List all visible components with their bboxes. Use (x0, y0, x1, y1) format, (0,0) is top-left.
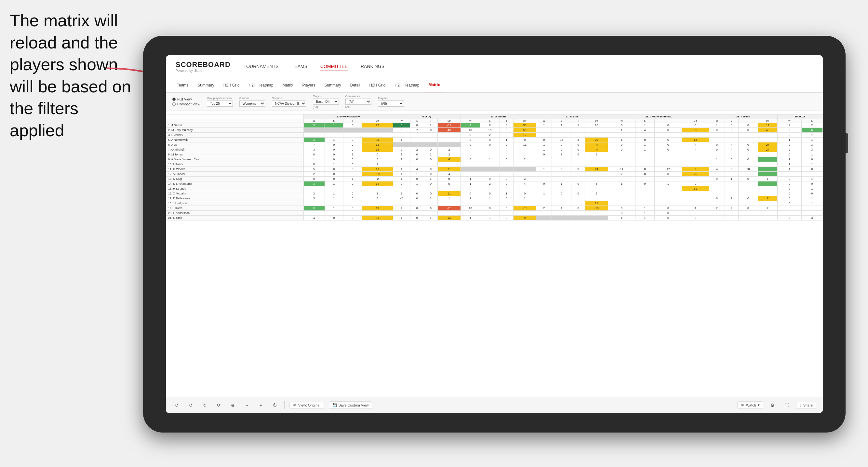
matrix-container[interactable]: 2. M Kelly Mulcahy 6. A Dy 11. G Woods 2… (166, 111, 823, 397)
sub-nav-h2h-heatmap2[interactable]: H2H Heatmap (390, 78, 424, 92)
nav-tournaments[interactable]: TOURNAMENTS (244, 62, 279, 71)
plus-button[interactable]: + (256, 401, 266, 410)
corner-cell (166, 115, 304, 119)
nav-items: TOURNAMENTS TEAMS COMMITTEE RANKINGS (244, 62, 813, 71)
save-custom-button[interactable]: 💾 Save Custom View (329, 401, 372, 409)
gender-label: Gender (239, 97, 266, 100)
search-button[interactable]: ⊕ (228, 401, 238, 410)
logo-area: SCOREBOARD Powered by clippd (176, 61, 230, 72)
sub-nav-matrix1[interactable]: Matrix (278, 78, 298, 92)
nav-teams[interactable]: TEAMS (292, 62, 307, 71)
watch-button[interactable]: 👁 Watch ▾ (737, 401, 763, 409)
view-options: Full View Compact View (173, 97, 200, 106)
player-name: 11. G Woods (166, 167, 304, 172)
sub-nav-h2h-grid2[interactable]: H2H Grid (365, 78, 390, 92)
sub-nav-h2h-grid1[interactable]: H2H Grid (219, 78, 244, 92)
share-button[interactable]: ⤴ Share (796, 402, 816, 409)
full-view-option[interactable]: Full View (173, 97, 200, 101)
table-row: 5. A Nomrowski 310-15 1 0010 014425 1001… (166, 137, 823, 143)
table-row: 15. H Stranda 11 01 (166, 186, 823, 191)
sub-nav: Teams Summary H2H Grid H2H Heatmap Matri… (166, 78, 823, 93)
matrix-table: 2. M Kelly Mulcahy 6. A Dy 11. G Woods 2… (166, 114, 823, 220)
redo-button[interactable]: ↻ (200, 401, 210, 410)
player-name: 3. S Jelinek (166, 133, 304, 137)
dy-dif: Dif (438, 119, 461, 123)
conference-label: Conference (345, 95, 371, 98)
division-label: Division (272, 97, 306, 100)
sub-nav-summary1[interactable]: Summary (193, 78, 219, 92)
player-name: 7. O Mitchell (166, 147, 304, 152)
region-label: Region (313, 95, 339, 98)
minus-button[interactable]: − (242, 401, 251, 410)
table-row: 7. O Mitchell 30018 2202 120-4 0104 0402… (166, 147, 823, 152)
region-select[interactable]: East - DII (313, 98, 339, 105)
player-name: 10. L Perini (166, 162, 304, 167)
col-header-stoll: 21. O Stoll (536, 115, 608, 119)
player-name: 12. A Bianchi (166, 172, 304, 177)
sub-nav-summary2[interactable]: Summary (320, 78, 345, 92)
undo-button[interactable]: ↺ (173, 401, 182, 410)
share-label: Share (803, 403, 813, 407)
watch-chevron-icon: ▾ (758, 403, 760, 407)
player-name: 18. J Hodgson (166, 201, 304, 206)
view-original-button[interactable]: 👁 View: Original (289, 402, 324, 409)
col-header-za: 60. W Za (777, 115, 823, 119)
clock-button[interactable]: ⏱ (270, 401, 279, 410)
main-content[interactable]: 2. M Kelly Mulcahy 6. A Dy 11. G Woods 2… (166, 111, 823, 397)
players-select[interactable]: (All) (378, 100, 404, 107)
undo2-button[interactable]: ↺ (186, 401, 195, 410)
max-players-filter: Max players in view Top 25 (207, 97, 233, 107)
table-row: 18. J Hodgson 11 01 (166, 201, 823, 206)
max-players-select[interactable]: Top 25 (207, 100, 233, 107)
expand-button[interactable]: ⛶ (782, 401, 791, 410)
sub-nav-players[interactable]: Players (298, 78, 320, 92)
player-name: 19. J Karrh (166, 206, 304, 211)
col-header-schumac: 23. L Marie Schumac. (608, 115, 709, 119)
refresh-button[interactable]: ⟳ (214, 401, 223, 410)
col-header-mulcahy: 2. M Kelly Mulcahy (303, 115, 393, 119)
conference-select[interactable]: (All) (345, 98, 371, 105)
mulcahy-w: W (303, 119, 324, 123)
mulcahy-l: L (324, 119, 343, 123)
table-row: 21. O Stoll 40033 10114 1109 1109 03 (166, 216, 823, 220)
compact-view-option[interactable]: Compact View (173, 102, 200, 106)
nav-rankings[interactable]: RANKINGS (361, 62, 384, 71)
za-w: W (777, 119, 801, 123)
player-name: 9. A Maria Jimenez Rios (166, 157, 304, 162)
sub-nav-matrix2[interactable]: Matrix (424, 78, 444, 92)
sub-nav-teams[interactable]: Teams (173, 78, 193, 92)
player-name: 2. M Kelly Mulcahy (166, 128, 304, 133)
woods-dif: Dif (513, 119, 536, 123)
players-label: Players (378, 97, 404, 100)
webb-t: T (739, 119, 758, 123)
player-name: 17. D Ballesteros (166, 196, 304, 201)
conference-filter: Conference (All) (All) (345, 95, 371, 108)
player-name: 15. H Stranda (166, 186, 304, 191)
full-view-radio[interactable] (173, 98, 176, 101)
settings-button[interactable]: ⚙ (768, 401, 777, 410)
nav-committee[interactable]: COMMITTEE (320, 62, 348, 71)
col-header-dy: 6. A Dy (393, 115, 461, 119)
sub-nav-detail[interactable]: Detail (346, 78, 365, 92)
watch-label: Watch (746, 403, 756, 407)
stoll-w: W (536, 119, 552, 123)
division-select[interactable]: NCAA Division II (272, 100, 306, 107)
webb-dif: Dif (758, 119, 777, 123)
za-l: L (801, 119, 823, 123)
stoll-l: L (552, 119, 571, 123)
compact-view-radio[interactable] (173, 102, 176, 106)
max-players-label: Max players in view (207, 97, 233, 100)
table-row: 9. A Maria Jimenez Rios 1005 100-7 0102 … (166, 157, 823, 162)
table-row: 12. A Bianchi 200-18 1104 20025 (166, 172, 823, 177)
name-subheader (166, 119, 304, 123)
schumac-l: L (635, 119, 654, 123)
gender-select[interactable]: Women's (239, 100, 266, 107)
table-row: 13. N Klug 001-2 1010 1003 0101 01 (166, 177, 823, 182)
full-view-label: Full View (177, 97, 191, 101)
logo-subtitle: Powered by clippd (176, 69, 230, 72)
sub-nav-h2h-heatmap1[interactable]: H2H Heatmap (244, 78, 278, 92)
table-row: 20. E Andersson 2 0108 (166, 211, 823, 216)
woods-w: W (461, 119, 480, 123)
toolbar-divider (284, 401, 285, 409)
dy-l: L (410, 119, 424, 123)
